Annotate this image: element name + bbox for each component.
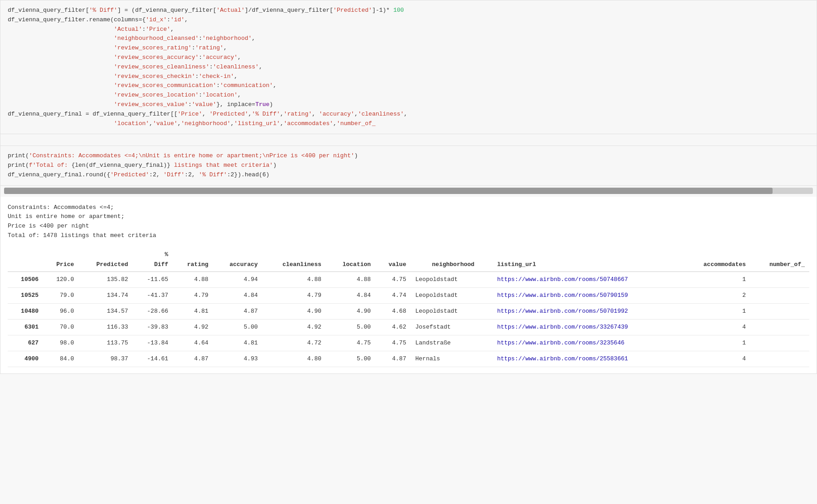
table-cell: 4.81 — [213, 335, 263, 351]
table-cell: 70.0 — [43, 320, 78, 335]
table-cell: 4.81 — [173, 304, 213, 320]
table-cell: 4.62 — [375, 320, 411, 335]
table-row: 490084.098.37-14.614.874.934.805.004.87H… — [8, 351, 809, 367]
table-cell: Josefstadt — [411, 320, 479, 335]
table-cell: 10525 — [8, 288, 43, 304]
table-cell: Leopoldstadt — [411, 271, 479, 287]
th-value: value — [375, 248, 411, 272]
table-cell: 4.90 — [326, 304, 375, 320]
code-block: df_vienna_query_filter['% Diff'] = (df_v… — [0, 0, 817, 134]
output-area: Constraints: Accommodates <=4; Unit is e… — [0, 197, 817, 374]
th-rating: rating — [173, 248, 213, 272]
table-cell: 4.88 — [263, 271, 326, 287]
output-line-1: Constraints: Accommodates <=4; — [8, 203, 809, 213]
th-predicted: Predicted — [78, 248, 132, 272]
table-cell: 4.79 — [173, 288, 213, 304]
table-cell: 1 — [682, 271, 750, 287]
table-cell — [750, 320, 809, 335]
table-cell: 5.00 — [213, 320, 263, 335]
th-price: Price — [43, 248, 78, 272]
table-cell: https://www.airbnb.com/rooms/50748667 — [479, 271, 682, 287]
table-cell: 1 — [682, 335, 750, 351]
table-cell: 4.92 — [173, 320, 213, 335]
notebook-cell: df_vienna_query_filter['% Diff'] = (df_v… — [0, 0, 817, 374]
th-neighborhood: neighborhood — [411, 248, 479, 272]
table-cell: -11.65 — [133, 271, 173, 287]
output-line-3: Price is <400 per night — [8, 222, 809, 231]
table-cell: 4.88 — [326, 271, 375, 287]
table-cell: 4.84 — [326, 288, 375, 304]
table-cell: 4.80 — [263, 351, 326, 367]
th-listing-url: listing_url — [479, 248, 682, 272]
table-cell: 4.87 — [173, 351, 213, 367]
table-cell: 6301 — [8, 320, 43, 335]
table-cell: https://www.airbnb.com/rooms/50790159 — [479, 288, 682, 304]
table-cell: 4 — [682, 351, 750, 367]
table-cell: https://www.airbnb.com/rooms/25583661 — [479, 351, 682, 367]
table-cell: 10506 — [8, 271, 43, 287]
output-line-2: Unit is entire home or apartment; — [8, 212, 809, 222]
table-cell — [750, 288, 809, 304]
table-cell: https://www.airbnb.com/rooms/50701992 — [479, 304, 682, 320]
table-cell: 627 — [8, 335, 43, 351]
table-cell: 4.87 — [213, 304, 263, 320]
scrollbar-area[interactable] — [0, 186, 817, 197]
table-cell: Hernals — [411, 351, 479, 367]
table-cell: 5.00 — [326, 351, 375, 367]
table-row: 62798.0113.75-13.844.644.814.724.754.75L… — [8, 335, 809, 351]
table-cell: 4.92 — [263, 320, 326, 335]
table-cell: 4.94 — [213, 271, 263, 287]
table-cell: 2 — [682, 288, 750, 304]
table-cell: 4.90 — [263, 304, 326, 320]
scrollbar-thumb[interactable] — [4, 188, 773, 194]
table-row: 10506120.0135.82-11.654.884.944.884.884.… — [8, 271, 809, 287]
table-cell: 5.00 — [326, 320, 375, 335]
table-cell: -28.66 — [133, 304, 173, 320]
table-cell — [750, 335, 809, 351]
table-cell: 4.64 — [173, 335, 213, 351]
table-cell: 116.33 — [78, 320, 132, 335]
table-cell: 135.82 — [78, 271, 132, 287]
table-cell: 4 — [682, 320, 750, 335]
table-cell: -14.61 — [133, 351, 173, 367]
table-cell: 4.72 — [263, 335, 326, 351]
table-cell — [750, 304, 809, 320]
table-cell: -39.83 — [133, 320, 173, 335]
table-cell: 4.75 — [375, 335, 411, 351]
table-cell: -13.84 — [133, 335, 173, 351]
table-cell — [750, 271, 809, 287]
th-index — [8, 248, 43, 272]
horizontal-scrollbar[interactable] — [4, 188, 813, 194]
table-cell — [750, 351, 809, 367]
th-number-of: number_of_ — [750, 248, 809, 272]
table-cell: 1 — [682, 304, 750, 320]
output-line-4: Total of: 1478 listings that meet criter… — [8, 231, 809, 241]
table-cell: -41.37 — [133, 288, 173, 304]
table-cell: 4.79 — [263, 288, 326, 304]
table-cell: https://www.airbnb.com/rooms/3235646 — [479, 335, 682, 351]
table-cell: 4900 — [8, 351, 43, 367]
code-spacer — [0, 134, 817, 146]
results-table: Price Predicted %Diff rating accuracy cl… — [8, 248, 809, 368]
table-cell: 96.0 — [43, 304, 78, 320]
table-cell: 4.87 — [375, 351, 411, 367]
table-cell: 134.57 — [78, 304, 132, 320]
table-cell: 10480 — [8, 304, 43, 320]
table-cell: 113.75 — [78, 335, 132, 351]
table-cell: 79.0 — [43, 288, 78, 304]
table-cell: Landstraße — [411, 335, 479, 351]
table-cell: Leopoldstadt — [411, 304, 479, 320]
table-cell: 84.0 — [43, 351, 78, 367]
table-cell: https://www.airbnb.com/rooms/33267439 — [479, 320, 682, 335]
th-accommodates: accommodates — [682, 248, 750, 272]
table-cell: Leopoldstadt — [411, 288, 479, 304]
table-cell: 4.75 — [375, 271, 411, 287]
table-cell: 120.0 — [43, 271, 78, 287]
table-row: 1048096.0134.57-28.664.814.874.904.904.6… — [8, 304, 809, 320]
output-text: Constraints: Accommodates <=4; Unit is e… — [8, 203, 809, 241]
table-row: 1052579.0134.74-41.374.794.844.794.844.7… — [8, 288, 809, 304]
table-cell: 134.74 — [78, 288, 132, 304]
th-cleanliness: cleanliness — [263, 248, 326, 272]
th-location: location — [326, 248, 375, 272]
table-cell: 4.68 — [375, 304, 411, 320]
